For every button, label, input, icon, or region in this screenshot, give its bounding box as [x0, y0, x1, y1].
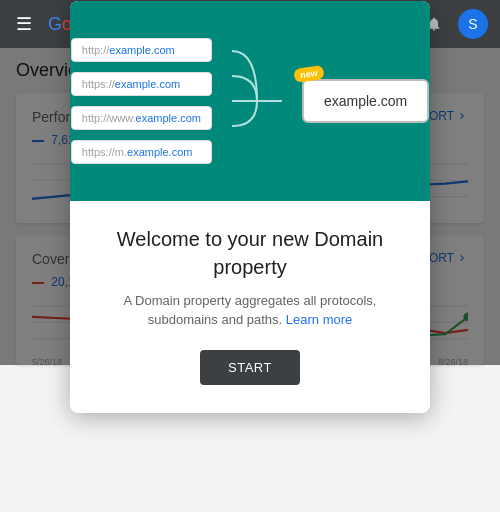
url-box-https: https://example.com: [71, 72, 212, 96]
domain-diagram: http://example.com https://example.com h…: [90, 36, 410, 166]
menu-icon[interactable]: ☰: [12, 9, 36, 39]
modal-overlay: http://example.com https://example.com h…: [0, 48, 500, 365]
url-list: http://example.com https://example.com h…: [71, 38, 212, 164]
user-avatar[interactable]: S: [458, 9, 488, 39]
modal-description: A Domain property aggregates all protoco…: [102, 291, 398, 330]
learn-more-link[interactable]: Learn more: [286, 312, 352, 327]
url-box-http: http://example.com: [71, 38, 212, 62]
url-box-mobile: https://m.example.com: [71, 140, 212, 164]
url-box-www: http://www.example.com: [71, 106, 212, 130]
domain-property-modal: http://example.com https://example.com h…: [70, 1, 430, 413]
modal-illustration: http://example.com https://example.com h…: [70, 1, 430, 201]
domain-box: example.com: [302, 79, 429, 123]
arrow-connector: [232, 36, 282, 166]
modal-body: Welcome to your new Domain property A Do…: [70, 201, 430, 413]
page-content: Overview Performa PORT 7,613 to: [0, 48, 500, 365]
start-button[interactable]: START: [200, 350, 300, 385]
domain-box-wrap: new example.com: [302, 79, 429, 123]
modal-title: Welcome to your new Domain property: [102, 225, 398, 281]
